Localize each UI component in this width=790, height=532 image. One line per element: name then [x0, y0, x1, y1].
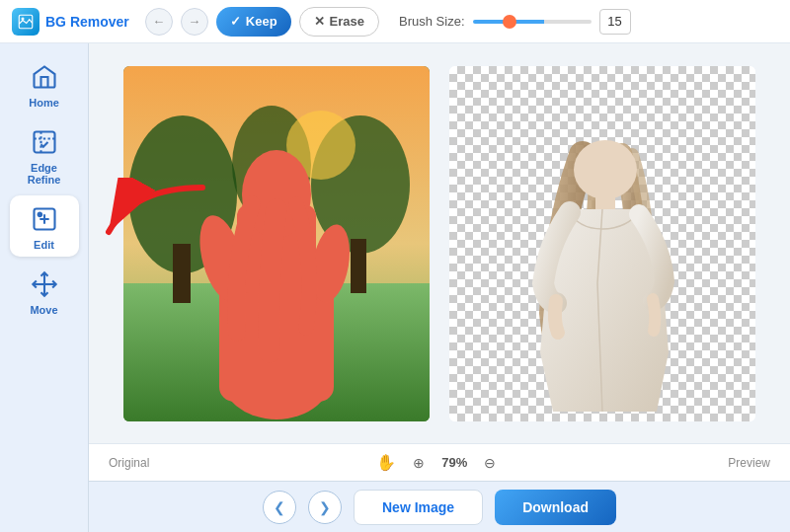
sidebar-item-move[interactable]: Move [10, 261, 79, 322]
svg-rect-12 [351, 239, 366, 293]
app-logo: BG Remover [12, 8, 129, 36]
redo-button[interactable]: → [181, 8, 208, 36]
preview-image-panel[interactable] [449, 66, 755, 421]
original-image [123, 66, 430, 421]
original-image-panel[interactable] [123, 66, 430, 421]
sidebar-edit-label: Edit [34, 239, 54, 251]
move-icon [29, 268, 60, 300]
preview-image [449, 66, 755, 421]
zoom-value: 79% [441, 455, 467, 470]
erase-icon: ✕ [314, 14, 325, 29]
erase-button[interactable]: ✕ Erase [299, 7, 379, 37]
zoom-controls: ✋ ⊕ 79% ⊖ [149, 452, 728, 474]
app-title: BG Remover [45, 14, 129, 30]
action-bar: ❮ ❯ New Image Download [89, 481, 790, 532]
zoom-out-button[interactable]: ⊖ [479, 452, 501, 474]
brush-size-value: 15 [599, 9, 631, 35]
preview-label: Preview [728, 456, 770, 470]
svg-point-21 [574, 140, 637, 199]
toolbar: BG Remover ← → ✓ Keep ✕ Erase Brush Size… [0, 0, 790, 43]
sidebar-item-edge-refine[interactable]: Edge Refine [10, 118, 79, 191]
next-button[interactable]: ❯ [308, 491, 342, 524]
main-layout: Home Edge Refine Edit [0, 43, 790, 532]
sidebar-item-home[interactable]: Home [10, 53, 79, 114]
status-bar: Original ✋ ⊕ 79% ⊖ Preview [89, 443, 790, 481]
prev-button[interactable]: ❮ [263, 491, 296, 524]
sidebar-move-label: Move [30, 304, 57, 316]
keep-check-icon: ✓ [230, 14, 241, 29]
pan-icon[interactable]: ✋ [376, 453, 396, 472]
download-button[interactable]: Download [495, 490, 616, 525]
undo-button[interactable]: ← [145, 8, 173, 36]
keep-button[interactable]: ✓ Keep [216, 7, 291, 37]
new-image-button[interactable]: New Image [354, 490, 483, 525]
brush-size-slider[interactable] [473, 20, 592, 24]
zoom-in-button[interactable]: ⊕ [408, 452, 430, 474]
svg-rect-2 [34, 132, 54, 153]
sidebar: Home Edge Refine Edit [0, 43, 89, 532]
canvas-area [89, 43, 790, 443]
svg-rect-10 [173, 244, 191, 303]
edit-icon [29, 203, 60, 235]
app-logo-icon [12, 8, 40, 36]
original-label: Original [109, 456, 149, 470]
svg-point-4 [38, 213, 41, 217]
svg-point-1 [22, 17, 25, 20]
sidebar-edge-refine-label: Edge Refine [16, 162, 73, 186]
content-area: Original ✋ ⊕ 79% ⊖ Preview ❮ ❯ New Image… [89, 43, 790, 532]
home-icon [29, 61, 60, 93]
edge-refine-icon [29, 126, 60, 158]
sidebar-home-label: Home [29, 97, 59, 109]
brush-size-label: Brush Size: [399, 14, 464, 29]
sidebar-item-edit[interactable]: Edit [10, 195, 79, 257]
